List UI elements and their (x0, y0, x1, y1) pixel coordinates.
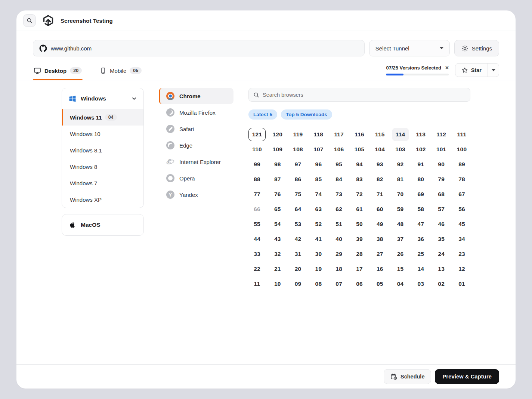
version-cell-38[interactable]: 38 (371, 232, 389, 246)
version-cell-101[interactable]: 101 (433, 143, 450, 156)
browser-item-opera[interactable]: Opera (159, 170, 233, 186)
version-cell-75[interactable]: 75 (290, 188, 307, 201)
version-cell-40[interactable]: 40 (330, 232, 347, 246)
version-cell-59[interactable]: 59 (392, 202, 409, 216)
version-cell-113[interactable]: 113 (412, 128, 429, 141)
version-cell-98[interactable]: 98 (269, 158, 286, 171)
version-cell-60[interactable]: 60 (371, 202, 389, 216)
version-cell-30[interactable]: 30 (310, 247, 327, 261)
version-cell-118[interactable]: 118 (310, 128, 327, 141)
version-cell-114[interactable]: 114 (392, 128, 409, 141)
version-cell-44[interactable]: 44 (248, 232, 266, 246)
version-cell-104[interactable]: 104 (371, 143, 389, 156)
version-cell-11[interactable]: 11 (248, 277, 266, 291)
version-cell-95[interactable]: 95 (330, 158, 347, 171)
version-cell-10[interactable]: 10 (269, 277, 286, 291)
star-button[interactable]: Star (455, 64, 488, 77)
version-cell-42[interactable]: 42 (290, 232, 307, 246)
os-item-windows-7[interactable]: Windows 7 (62, 175, 143, 191)
version-cell-37[interactable]: 37 (392, 232, 409, 246)
version-cell-80[interactable]: 80 (412, 173, 429, 186)
clear-selection-icon[interactable]: ✕ (445, 65, 449, 70)
preview-capture-button[interactable]: Preview & Capture (435, 369, 499, 384)
os-item-windows-xp[interactable]: Windows XP (62, 191, 143, 208)
version-cell-96[interactable]: 96 (310, 158, 327, 171)
version-cell-35[interactable]: 35 (433, 232, 450, 246)
version-cell-72[interactable]: 72 (351, 188, 368, 201)
tab-mobile[interactable]: Mobile 05 (99, 63, 142, 80)
browser-item-safari[interactable]: Safari (159, 121, 233, 137)
version-cell-24[interactable]: 24 (433, 247, 450, 261)
url-input[interactable] (51, 45, 358, 52)
version-cell-39[interactable]: 39 (351, 232, 368, 246)
version-cell-01[interactable]: 01 (453, 277, 470, 291)
version-cell-02[interactable]: 02 (433, 277, 450, 291)
version-cell-13[interactable]: 13 (433, 262, 450, 276)
version-cell-117[interactable]: 117 (330, 128, 347, 141)
version-cell-32[interactable]: 32 (269, 247, 286, 261)
version-cell-50[interactable]: 50 (351, 217, 368, 231)
version-cell-103[interactable]: 103 (392, 143, 409, 156)
version-cell-78[interactable]: 78 (453, 173, 470, 186)
version-cell-08[interactable]: 08 (310, 277, 327, 291)
version-cell-52[interactable]: 52 (310, 217, 327, 231)
windows-group-header[interactable]: Windows (62, 88, 143, 109)
global-search-button[interactable] (23, 14, 36, 27)
version-cell-83[interactable]: 83 (351, 173, 368, 186)
tab-desktop[interactable]: Desktop 20 (33, 63, 83, 80)
version-cell-29[interactable]: 29 (330, 247, 347, 261)
version-cell-77[interactable]: 77 (248, 188, 266, 201)
version-cell-18[interactable]: 18 (330, 262, 347, 276)
version-cell-115[interactable]: 115 (371, 128, 389, 141)
version-cell-71[interactable]: 71 (371, 188, 389, 201)
os-item-windows-8[interactable]: Windows 8 (62, 158, 143, 175)
version-cell-45[interactable]: 45 (453, 217, 470, 231)
version-cell-23[interactable]: 23 (453, 247, 470, 261)
select-tunnel-dropdown[interactable]: Select Tunnel (369, 40, 450, 56)
filter-chip-top-5-downloads[interactable]: Top 5 Downloads (281, 109, 332, 120)
browser-search-input[interactable] (263, 92, 466, 98)
browser-item-mozilla-firefox[interactable]: Mozilla Firefox (159, 104, 233, 121)
version-cell-16[interactable]: 16 (371, 262, 389, 276)
version-cell-68[interactable]: 68 (433, 188, 450, 201)
version-cell-81[interactable]: 81 (392, 173, 409, 186)
version-cell-17[interactable]: 17 (351, 262, 368, 276)
version-cell-65[interactable]: 65 (269, 202, 286, 216)
version-cell-31[interactable]: 31 (290, 247, 307, 261)
version-cell-67[interactable]: 67 (453, 188, 470, 201)
version-cell-74[interactable]: 74 (310, 188, 327, 201)
version-cell-06[interactable]: 06 (351, 277, 368, 291)
version-cell-53[interactable]: 53 (290, 217, 307, 231)
version-cell-51[interactable]: 51 (330, 217, 347, 231)
os-item-windows-8-1[interactable]: Windows 8.1 (62, 142, 143, 158)
version-cell-20[interactable]: 20 (290, 262, 307, 276)
version-cell-43[interactable]: 43 (269, 232, 286, 246)
version-cell-106[interactable]: 106 (330, 143, 347, 156)
version-cell-110[interactable]: 110 (248, 143, 266, 156)
version-cell-15[interactable]: 15 (392, 262, 409, 276)
os-item-windows-11[interactable]: Windows 1104 (62, 109, 143, 126)
version-cell-04[interactable]: 04 (392, 277, 409, 291)
version-cell-28[interactable]: 28 (351, 247, 368, 261)
version-cell-54[interactable]: 54 (269, 217, 286, 231)
version-cell-07[interactable]: 07 (330, 277, 347, 291)
version-cell-46[interactable]: 46 (433, 217, 450, 231)
version-cell-105[interactable]: 105 (351, 143, 368, 156)
version-cell-69[interactable]: 69 (412, 188, 429, 201)
version-cell-99[interactable]: 99 (248, 158, 266, 171)
version-cell-88[interactable]: 88 (248, 173, 266, 186)
version-cell-82[interactable]: 82 (371, 173, 389, 186)
version-cell-93[interactable]: 93 (371, 158, 389, 171)
version-cell-111[interactable]: 111 (453, 128, 470, 141)
version-cell-87[interactable]: 87 (269, 173, 286, 186)
version-cell-41[interactable]: 41 (310, 232, 327, 246)
version-cell-102[interactable]: 102 (412, 143, 429, 156)
version-cell-34[interactable]: 34 (453, 232, 470, 246)
browser-item-internet-explorer[interactable]: Internet Explorer (159, 154, 233, 170)
version-cell-86[interactable]: 86 (290, 173, 307, 186)
version-cell-92[interactable]: 92 (392, 158, 409, 171)
version-cell-109[interactable]: 109 (269, 143, 286, 156)
version-cell-97[interactable]: 97 (290, 158, 307, 171)
version-cell-21[interactable]: 21 (269, 262, 286, 276)
filter-chip-latest-5[interactable]: Latest 5 (248, 109, 277, 120)
